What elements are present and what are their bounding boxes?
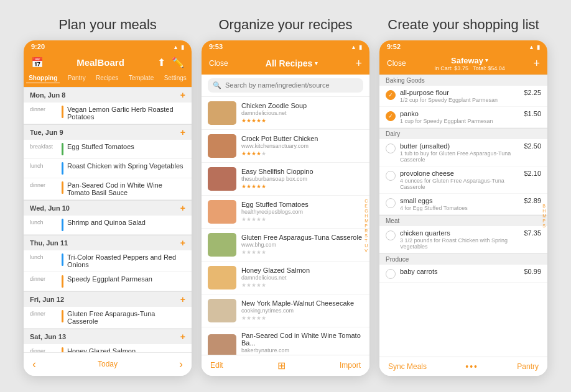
add-meal-button[interactable]: +	[180, 203, 185, 213]
edit-icon[interactable]: ✏️	[172, 57, 184, 68]
app-title: MealBoard	[77, 57, 124, 68]
recipe-item[interactable]: Gluten Free Asparagus-Tuna Casserole www…	[202, 229, 369, 262]
tab-template[interactable]: Template	[126, 73, 157, 83]
import-button[interactable]: Import	[340, 361, 361, 370]
shop-item[interactable]: butter (unsalted) 1 tub to buy for Glute…	[379, 139, 547, 166]
header-actions: ⬆ ✏️	[157, 57, 184, 68]
star-icon: ★	[251, 282, 256, 288]
meal-row[interactable]: lunch Tri-Color Roasted Peppers and Red …	[24, 250, 192, 272]
meal-plan-panel: Plan your meals 9:20 📅 MealBoard ⬆ ✏️ Sh…	[24, 16, 192, 376]
add-meal-button[interactable]: +	[180, 90, 185, 100]
store-name[interactable]: Safeway ▾	[434, 56, 504, 65]
day-header: Tue, Jun 9+	[24, 124, 192, 140]
shop-item-checkbox[interactable]	[386, 230, 396, 240]
meal-name: Honey Glazed Salmon	[67, 347, 185, 352]
add-meal-button[interactable]: +	[180, 332, 185, 342]
tab-settings[interactable]: Settings	[162, 73, 189, 83]
pantry-button[interactable]: Pantry	[517, 362, 539, 371]
alpha-letter[interactable]: C	[364, 199, 368, 203]
calendar-icon[interactable]: 📅	[31, 57, 44, 68]
meal-row[interactable]: dinner Gluten Free Asparagus-Tuna Casser…	[24, 307, 192, 329]
next-week-button[interactable]: ›	[179, 358, 183, 371]
alpha-letter[interactable]: E	[364, 204, 368, 208]
shop-item-checkbox[interactable]	[386, 111, 396, 121]
meal-type-indicator	[62, 347, 63, 352]
shop-item-checkbox[interactable]	[386, 171, 396, 181]
alpha-index[interactable]: CEGHMPRSTUV	[364, 199, 368, 253]
recipe-item[interactable]: Easy Shellfish Cioppino thesuburbansoap …	[202, 163, 369, 196]
alpha-letter[interactable]: S	[364, 234, 368, 238]
shopping-alpha-letter[interactable]: B	[542, 203, 546, 207]
recipes-status-icons	[351, 43, 362, 50]
add-recipe-button[interactable]: +	[355, 57, 362, 70]
alpha-letter[interactable]: T	[364, 239, 368, 243]
star-icon: ★	[246, 315, 251, 321]
shop-close-button[interactable]: Close	[387, 59, 406, 68]
meal-row[interactable]: breakfast Egg Stuffed Tomatoes	[24, 140, 192, 159]
recipe-source: damndelicious.net	[241, 275, 363, 281]
alpha-letter[interactable]: R	[364, 229, 368, 233]
meal-type-indicator	[62, 253, 63, 266]
shop-item-checkbox[interactable]	[386, 198, 396, 208]
close-button[interactable]: Close	[209, 59, 228, 68]
search-input[interactable]	[225, 81, 358, 89]
meal-row[interactable]: dinner Vegan Lemon Garlic Herb Roasted P…	[24, 103, 192, 124]
shop-item-checkbox[interactable]	[386, 90, 396, 100]
meal-row[interactable]: dinner Speedy Eggplant Parmesan	[24, 272, 192, 291]
shopping-alpha-letter[interactable]: M	[542, 213, 546, 217]
recipe-item[interactable]: Chicken Zoodle Soup damndelicious.net ★★…	[202, 97, 369, 130]
recipe-item[interactable]: Egg Stuffed Tomatoes healthyrecipesblogs…	[202, 196, 369, 229]
edit-recipes-button[interactable]: Edit	[210, 361, 223, 370]
shop-item-checkbox[interactable]	[386, 144, 396, 153]
shop-item[interactable]: small eggs 4 for Egg Stuffed Tomatoes $2…	[379, 194, 547, 215]
shop-item[interactable]: all-purpose flour 1/2 cup for Speedy Egg…	[379, 86, 547, 107]
tab-recipes[interactable]: Recipes	[93, 73, 121, 83]
star-icon: ★	[251, 150, 256, 157]
alpha-letter[interactable]: U	[364, 244, 368, 248]
recipe-name: Easy Shellfish Cioppino	[241, 168, 363, 175]
today-button[interactable]: Today	[98, 360, 118, 368]
add-meal-button[interactable]: +	[180, 238, 185, 248]
shopping-alpha-letter[interactable]: S	[542, 223, 546, 227]
shop-item[interactable]: provolone cheese 4 ounces for Gluten Fre…	[379, 166, 547, 194]
alpha-letter[interactable]: P	[364, 224, 368, 228]
tab-pantry[interactable]: Pantry	[65, 73, 88, 83]
meal-type-indicator	[62, 162, 63, 175]
shop-item[interactable]: panko 1 cup for Speedy Eggplant Parmesan…	[379, 107, 547, 128]
add-item-button[interactable]: +	[533, 57, 540, 70]
recipe-item[interactable]: Honey Glazed Salmon damndelicious.net ★★…	[202, 262, 369, 294]
prev-week-button[interactable]: ‹	[32, 358, 36, 371]
recipe-item[interactable]: New York Maple-Walnut Cheesecake cooking…	[202, 294, 369, 327]
shop-item-info: small eggs 4 for Egg Stuffed Tomatoes	[400, 197, 519, 211]
star-icon: ★	[246, 183, 251, 189]
add-meal-button[interactable]: +	[180, 127, 185, 137]
sync-meals-button[interactable]: Sync Meals	[388, 362, 427, 371]
alpha-letter[interactable]: G	[364, 209, 368, 213]
recipe-source: thesuburbansoap box.com	[241, 176, 363, 182]
meal-row[interactable]: lunch Roast Chicken with Spring Vegetabl…	[24, 159, 192, 178]
shopping-alpha-letter[interactable]: P	[542, 218, 546, 222]
more-options-button[interactable]: •••	[465, 362, 478, 371]
grid-icon[interactable]: ⊞	[277, 360, 286, 371]
shopping-alpha-index[interactable]: BHMPS	[542, 203, 546, 227]
day-label: Thu, Jun 11	[30, 239, 68, 247]
shop-item-info: butter (unsalted) 1 tub to buy for Glute…	[400, 142, 519, 163]
shopping-alpha-letter[interactable]: H	[542, 208, 546, 212]
share-icon[interactable]: ⬆	[157, 57, 165, 68]
shop-item-desc: 1 cup for Speedy Eggplant Parmesan	[400, 118, 519, 124]
alpha-letter[interactable]: V	[364, 248, 368, 253]
meal-row[interactable]: dinner Honey Glazed Salmon	[24, 344, 192, 352]
alpha-letter[interactable]: H	[364, 214, 368, 218]
tab-shopping[interactable]: Shopping	[26, 73, 60, 83]
recipe-item[interactable]: Crock Pot Butter Chicken www.kitchensanc…	[202, 130, 369, 163]
alpha-letter[interactable]: M	[364, 219, 368, 223]
meal-row[interactable]: lunch Shrimp and Quinoa Salad	[24, 216, 192, 235]
star-icon: ★	[251, 315, 256, 321]
add-meal-button[interactable]: +	[180, 294, 185, 304]
meal-row[interactable]: dinner Pan-Seared Cod in White Wine Toma…	[24, 178, 192, 200]
shop-item[interactable]: baby carrots $0.99	[379, 265, 547, 283]
recipe-item[interactable]: Pan-Seared Cod in White Wine Tomato Ba..…	[202, 327, 369, 355]
shop-item[interactable]: chicken quarters 3 1/2 pounds for Roast …	[379, 226, 547, 253]
shop-item-checkbox[interactable]	[386, 269, 396, 279]
shopping-list-wrap: Baking Goods all-purpose flour 1/2 cup f…	[379, 75, 547, 357]
